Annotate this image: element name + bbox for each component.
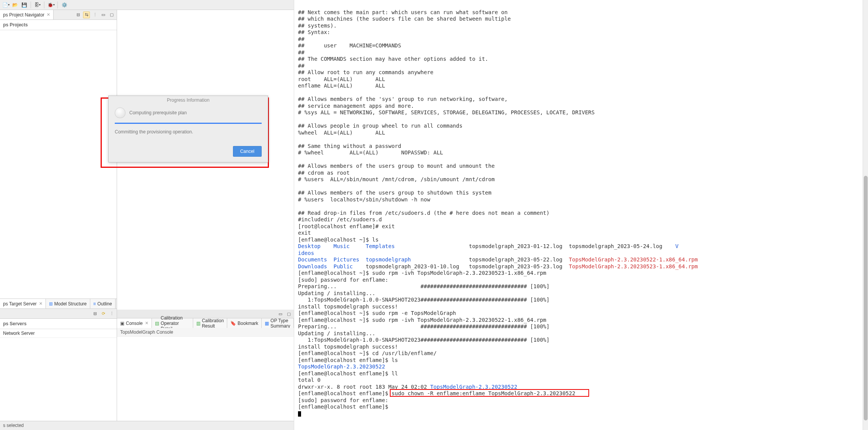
panel-title-servers: ps Servers [0, 319, 117, 329]
detail-icon: ▤ [155, 321, 159, 326]
terminal-text: [enflame@localhost enflame]$ [298, 390, 391, 396]
console-icon: ▣ [120, 321, 124, 326]
panel-title-projects: ps Projects [0, 20, 117, 30]
refresh-icon[interactable]: ⟳ [100, 310, 107, 317]
close-icon[interactable]: ✕ [47, 12, 50, 17]
tab-console[interactable]: ▣ Console ✕ [117, 318, 152, 328]
tab-bookmark[interactable]: 🔖 Bookmark [227, 318, 262, 328]
console-output[interactable] [117, 337, 294, 421]
maximize-icon[interactable]: ▢ [108, 11, 115, 18]
outline-icon: ≡ [93, 301, 96, 307]
tab-label: Model Structure [54, 301, 87, 307]
tab-calibration-operator-detail[interactable]: ▤ Calibration Operator Detail [152, 318, 193, 328]
collapse-all-icon[interactable]: ⊟ [75, 11, 81, 18]
dialog-task-main: Computing prerequisite plan [129, 110, 187, 115]
hierarchy-icon: ⊞ [49, 301, 53, 307]
terminal-pane[interactable]: ## Next comes the main part: which users… [294, 0, 868, 430]
status-text: s selected [3, 423, 24, 428]
console-name: TopsModelGraph Console [117, 328, 294, 337]
bug-dropdown-button[interactable]: 🐞▾ [47, 2, 54, 8]
bottom-tabrow: ▣ Console ✕ ▤ Calibration Operator Detai… [117, 318, 294, 328]
tab-project-navigator[interactable]: ps Project Navigator ✕ [0, 10, 54, 19]
scrollbar-thumb[interactable] [864, 176, 868, 420]
terminal-text: drwxr-xr-x. 8 root root 183 May 24 02:02 [298, 384, 430, 390]
tab-calibration-result[interactable]: ▥ Calibration Result [193, 318, 227, 328]
save-button[interactable]: 💾 [21, 2, 28, 8]
tab-label: Console [126, 321, 143, 326]
ide-pane: 📄▾ 📂 💾 🗄▾ 🐞▾ ⚙️ ps Project Navigator ✕ [0, 0, 294, 430]
lightbulb-icon [115, 107, 125, 118]
cancel-button[interactable]: Cancel [233, 146, 262, 157]
link-editor-icon[interactable]: ⇆ [83, 11, 90, 18]
result-icon: ▥ [196, 321, 200, 326]
scrollbar[interactable] [863, 0, 868, 430]
navigator-tabrow: ps Project Navigator ✕ ⊟ ⇆ ⋮ ▭ ▢ [0, 10, 117, 20]
open-folder-button[interactable]: 📂 [11, 2, 18, 8]
tab-label: Outline [98, 301, 112, 307]
bookmark-icon: 🔖 [230, 321, 236, 326]
editor-area: ▭ ▢ ▣ Console ✕ ▤ Calibration Operator D… [117, 10, 294, 421]
tab-label: ps Project Navigator [3, 12, 44, 18]
tab-target-server[interactable]: ps Target Server ✕ [0, 299, 46, 308]
tab-label: ps Target Server [3, 301, 37, 307]
tab-model-structure[interactable]: ⊞ Model Structure [46, 299, 90, 308]
close-icon[interactable]: ✕ [39, 301, 42, 306]
tab-label: OP Type Summary [270, 318, 290, 329]
terminal-text: TopsModelGraph-2.3.20230522 [430, 384, 518, 390]
project-tree[interactable] [0, 30, 117, 299]
minimize-icon[interactable]: ▭ [100, 11, 107, 18]
db-dropdown-button[interactable]: 🗄▾ [34, 2, 41, 8]
close-icon[interactable]: ✕ [145, 321, 148, 326]
target-server-tabrow: ps Target Server ✕ ⊞ Model Structure ≡ O… [0, 299, 117, 309]
progress-bar [115, 123, 262, 124]
tab-label: Bookmark [238, 321, 258, 326]
main-toolbar: 📄▾ 📂 💾 🗄▾ 🐞▾ ⚙️ [0, 0, 294, 10]
settings-button[interactable]: ⚙️ [61, 2, 68, 8]
progress-dialog: Progress Information Computing prerequis… [108, 96, 268, 162]
dialog-task-sub: Committing the provisioning operation. [115, 129, 262, 135]
view-menu-icon[interactable]: ⋮ [91, 11, 98, 18]
restore-view-icon[interactable]: ▭ [277, 310, 284, 317]
summary-icon: ▦ [265, 321, 269, 326]
terminal-text: TopsModelGraph-2.3.20230522 [298, 363, 385, 370]
tab-outline[interactable]: ≡ Outline [90, 299, 116, 308]
maximize-view-icon[interactable]: ▢ [285, 310, 292, 317]
sidebar: ps Project Navigator ✕ ⊟ ⇆ ⋮ ▭ ▢ ps Proj… [0, 10, 117, 421]
new-dropdown-button[interactable]: 📄▾ [2, 2, 9, 8]
tree-item-network-server[interactable]: Network Server [0, 329, 117, 338]
dialog-title: Progress Information [109, 96, 268, 104]
view-menu-icon[interactable]: ⋮ [108, 310, 115, 317]
tab-op-type-summary[interactable]: ▦ OP Type Summary [262, 318, 294, 328]
terminal-command-highlighted: sudo chown -R enflame:enflame TopsModelG… [391, 390, 575, 396]
collapse-all-icon[interactable]: ⊟ [91, 310, 98, 317]
tab-label: Calibration Result [202, 318, 224, 329]
status-bar: s selected [0, 421, 294, 430]
terminal-cursor [298, 411, 301, 417]
